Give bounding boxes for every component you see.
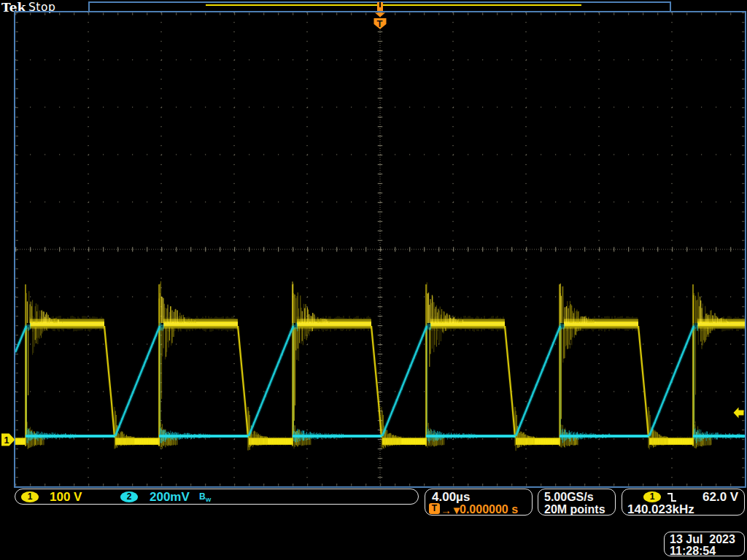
datetime-box: 13 Jul 2023 11:28:54: [664, 532, 745, 556]
scope-markers: 1T: [1, 13, 744, 446]
ch2-badge[interactable]: 2: [120, 491, 138, 502]
ch2-trace-back: [26, 327, 694, 435]
trigger-position-arrows: →▼: [441, 504, 462, 516]
trigger-slope-falling-icon: [666, 492, 679, 503]
ch1-scale[interactable]: 100 V: [50, 490, 82, 505]
trigger-position-pointer: [375, 13, 385, 18]
acquisition-readout-box: 5.00GS/s 20M points: [538, 489, 616, 516]
trigger-source-badge[interactable]: 1: [643, 491, 661, 502]
svg-text:T: T: [377, 18, 383, 29]
trigger-t-icon: T: [429, 503, 440, 514]
waveform-display: 1T: [0, 0, 747, 560]
sample-rate-readout: 5.00GS/s: [544, 491, 594, 504]
horizontal-readout-box: 4.00µs T →▼ 0.000000 s: [425, 489, 533, 516]
ch2-bandwidth-limit: BW: [199, 491, 211, 503]
channel-readout-box: 1 100 V 2 200mV BW: [15, 489, 419, 505]
timebase-readout[interactable]: 4.00µs: [432, 490, 470, 505]
ch2-scale[interactable]: 200mV: [150, 490, 190, 505]
trigger-frequency-readout: 140.023kHz: [627, 502, 694, 517]
trigger-level-arrow: [734, 408, 744, 419]
time-readout: 11:28:54: [670, 545, 716, 558]
ch1-badge[interactable]: 1: [21, 491, 39, 502]
ch1-zero-label: 1: [4, 435, 9, 446]
trigger-position-readout[interactable]: 0.000000 s: [460, 503, 518, 516]
trigger-readout-box: 1 62.0 V 140.023kHz: [622, 489, 745, 516]
trigger-level-readout[interactable]: 62.0 V: [703, 490, 738, 505]
record-length-readout: 20M points: [544, 503, 605, 516]
